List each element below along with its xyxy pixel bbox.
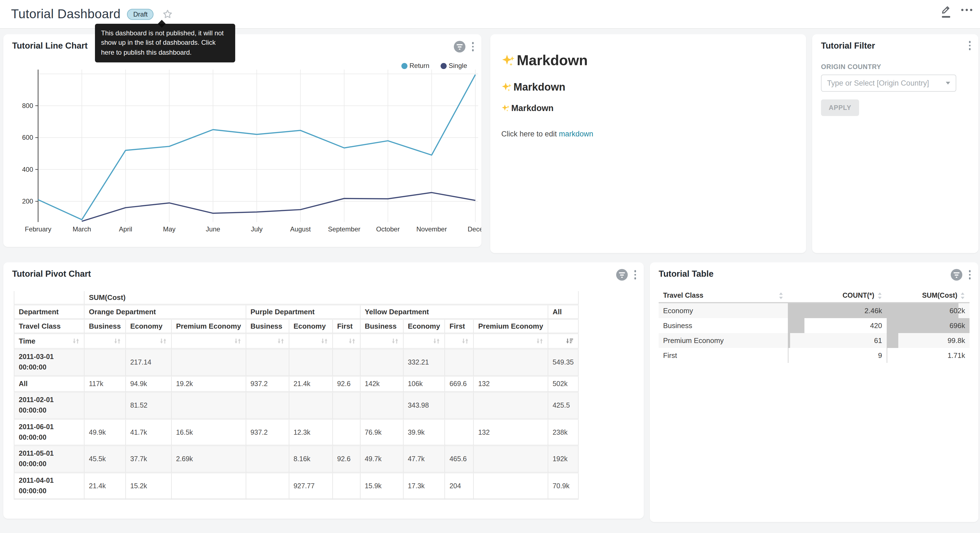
y-axis-label: 600 xyxy=(22,134,33,141)
pivot-value-cell: 21.4k xyxy=(84,473,126,500)
column-header-travel-class[interactable]: Travel Class xyxy=(659,289,788,303)
table-card: Tutorial Table Travel ClassCOUNT(*)SUM(C… xyxy=(650,262,978,522)
pivot-value-cell: 37.7k xyxy=(126,447,172,473)
pivot-value-cell: 425.5 xyxy=(548,393,579,420)
pivot-value-cell: 92.6 xyxy=(332,377,360,393)
pivot-sort-cell xyxy=(289,334,332,349)
column-header-sum-cost[interactable]: SUM(Cost) xyxy=(886,289,969,303)
pencil-icon xyxy=(941,5,951,15)
chart-kebab-menu[interactable] xyxy=(969,270,970,279)
pivot-value-cell xyxy=(445,420,474,447)
pivot-value-cell: 19.2k xyxy=(172,377,246,393)
x-axis-label: July xyxy=(251,225,263,233)
sort-icon[interactable] xyxy=(277,337,284,345)
x-axis-label: March xyxy=(73,225,91,233)
pivot-sort-cell xyxy=(360,334,403,349)
sort-desc-icon[interactable] xyxy=(565,337,574,345)
pivot-class-header: Economy xyxy=(126,320,172,334)
pivot-value-cell: 106k xyxy=(403,377,445,393)
pivot-sort-cell xyxy=(84,334,126,349)
sort-icon[interactable] xyxy=(778,292,783,299)
sort-icon[interactable] xyxy=(159,337,167,345)
sort-icon[interactable] xyxy=(348,337,355,345)
sort-icon[interactable] xyxy=(391,337,398,345)
legend-item-single[interactable]: Single xyxy=(440,62,467,70)
pivot-class-header: First xyxy=(445,320,474,334)
sort-icon[interactable] xyxy=(960,292,965,299)
pivot-table: SUM(Cost)DepartmentOrange DepartmentPurp… xyxy=(14,291,579,500)
sort-icon[interactable] xyxy=(461,337,469,345)
table-row: First91.71k xyxy=(659,348,969,363)
filter-indicator-icon[interactable] xyxy=(453,41,465,53)
pivot-value-cell: 15.2k xyxy=(126,473,172,500)
pivot-value-cell: 669.6 xyxy=(445,377,474,393)
pivot-value-cell: 465.6 xyxy=(445,447,474,473)
pivot-value-cell xyxy=(360,393,403,420)
apply-button[interactable]: APPLY xyxy=(821,99,859,116)
legend-item-return[interactable]: Return xyxy=(401,62,429,70)
pivot-value-cell xyxy=(246,349,289,377)
x-axis-label: May xyxy=(163,225,176,233)
dashboard-menu-button[interactable] xyxy=(961,5,972,16)
sort-icon[interactable] xyxy=(433,337,440,345)
travel-class-cell: Business xyxy=(659,318,788,333)
filter-indicator-icon[interactable] xyxy=(950,269,962,281)
pivot-value-cell: 12.3k xyxy=(289,420,332,447)
travel-class-cell: Premium Economy xyxy=(659,333,788,348)
pivot-value-cell: 41.7k xyxy=(126,420,172,447)
pivot-value-cell: 39.9k xyxy=(403,420,445,447)
origin-country-label: ORIGIN COUNTRY xyxy=(821,63,881,71)
pivot-value-cell: 502k xyxy=(548,377,579,393)
origin-country-select[interactable]: Type or Select [Origin Country] xyxy=(821,75,956,92)
pivot-department-header: Department xyxy=(14,305,84,320)
draft-status-badge[interactable]: Draft xyxy=(127,8,154,20)
chart-kebab-menu[interactable] xyxy=(634,270,636,279)
favorite-star-icon[interactable] xyxy=(162,9,173,19)
y-axis-label: 400 xyxy=(22,166,33,173)
column-header-count[interactable]: COUNT(*) xyxy=(788,289,886,303)
x-axis-label: Dece xyxy=(468,225,482,233)
sort-icon[interactable] xyxy=(234,337,241,345)
column-label: COUNT(*) xyxy=(843,292,874,299)
markdown-h3-text: Markdown xyxy=(511,103,554,113)
pivot-value-cell: 70.9k xyxy=(548,473,579,500)
pivot-row-label: All xyxy=(14,377,84,393)
filter-card-title: Tutorial Filter xyxy=(821,41,875,51)
sum-cost-cell: 696k xyxy=(886,318,969,333)
pivot-value-cell: 132 xyxy=(474,420,548,447)
sum-cost-cell: 1.71k xyxy=(886,348,969,363)
column-label: SUM(Cost) xyxy=(922,292,957,299)
sort-icon[interactable] xyxy=(877,292,882,299)
edit-dashboard-button[interactable] xyxy=(941,5,951,18)
pivot-value-cell xyxy=(289,393,332,420)
pivot-value-cell: 117k xyxy=(84,377,126,393)
pivot-value-cell xyxy=(474,473,548,500)
table-grid: Travel ClassCOUNT(*)SUM(Cost)Economy2.46… xyxy=(659,289,969,363)
chart-legend: ReturnSingle xyxy=(401,62,467,70)
pivot-value-cell: 16.5k xyxy=(172,420,246,447)
markdown-edit-link[interactable]: markdown xyxy=(559,130,593,138)
table-row: Economy2.46k602k xyxy=(659,303,969,318)
legend-dot xyxy=(440,63,446,69)
legend-label: Return xyxy=(409,62,429,70)
sort-icon[interactable] xyxy=(536,337,543,345)
filter-indicator-icon[interactable] xyxy=(616,269,627,281)
sort-icon[interactable] xyxy=(72,337,80,345)
pivot-value-cell xyxy=(332,349,360,377)
pivot-class-header: Business xyxy=(360,320,403,334)
pivot-row: All117k94.9k19.2k937.221.4k92.6142k106k6… xyxy=(14,377,579,393)
pivot-class-header: Business xyxy=(84,320,126,334)
pivot-department-yellow-department: Yellow Department xyxy=(360,305,548,320)
pivot-time-header: Time xyxy=(19,337,35,345)
pivot-department-purple-department: Purple Department xyxy=(246,305,360,320)
pivot-value-cell: 204 xyxy=(445,473,474,500)
sort-icon[interactable] xyxy=(320,337,328,345)
pivot-value-cell xyxy=(360,349,403,377)
filter-kebab-menu[interactable] xyxy=(969,41,970,50)
sum-cost-cell: 99.8k xyxy=(886,333,969,348)
chart-kebab-menu[interactable] xyxy=(472,42,474,51)
pivot-class-header: Premium Economy xyxy=(172,320,246,334)
pivot-class-header: Economy xyxy=(403,320,445,334)
sort-icon[interactable] xyxy=(114,337,121,345)
cell-bar xyxy=(788,333,790,348)
